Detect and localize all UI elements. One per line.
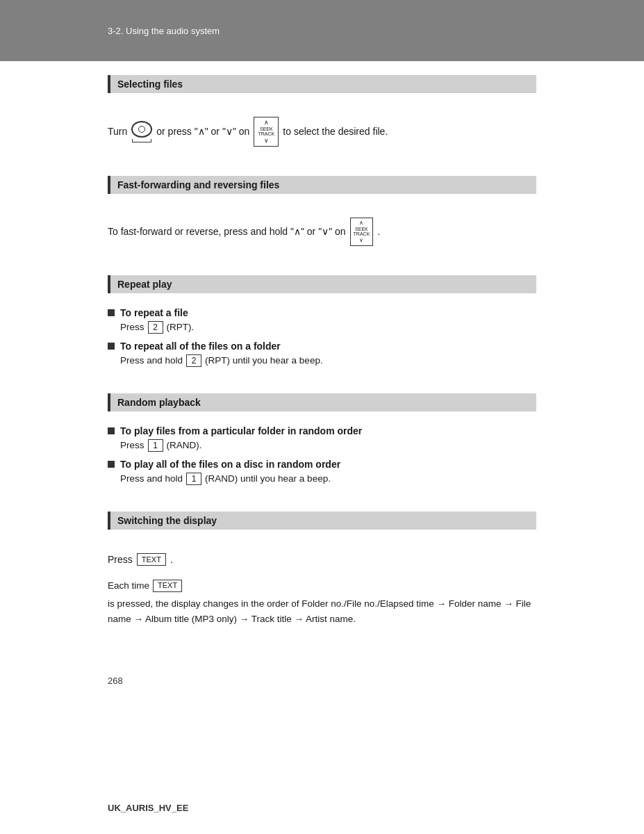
bullet-icon-4 <box>108 461 115 468</box>
random-folder-press: Press <box>120 440 145 450</box>
page-number: 268 <box>108 676 123 686</box>
text-button-2: TEXT <box>153 580 182 592</box>
bullet-icon-2 <box>108 343 115 350</box>
repeat-folder-content: To repeat all of the files on a folder P… <box>120 341 536 367</box>
knob-circle <box>131 121 152 138</box>
to-select-label: to select the desired file. <box>283 126 388 137</box>
repeat-folder-item: To repeat all of the files on a folder P… <box>108 341 536 367</box>
repeat-file-btn: 2 <box>148 321 163 334</box>
random-disc-press: Press and hold <box>120 473 183 484</box>
repeat-file-item: To repeat a file Press 2 (RPT). <box>108 307 536 334</box>
repeat-folder-press: Press and hold <box>120 355 183 366</box>
repeat-file-press: Press <box>120 322 145 332</box>
random-playback-content: To play files from a particular folder i… <box>108 423 536 495</box>
seek2-top-arrow: ∧ <box>359 220 363 227</box>
fast-forward-end: . <box>377 226 380 237</box>
random-disc-rand: (RAND) until you hear a beep. <box>205 473 331 484</box>
random-folder-rand: (RAND). <box>167 440 202 450</box>
repeat-file-desc: Press 2 (RPT). <box>120 321 536 334</box>
main-content: Selecting files Turn or press "∧" or "∨"… <box>0 61 644 661</box>
seek-bottom-arrow: ∨ <box>264 137 269 145</box>
random-disc-title: To play all of the files on a disc in ra… <box>120 459 536 470</box>
bullet-icon-3 <box>108 427 115 434</box>
fast-forwarding-header: Fast-forwarding and reversing files <box>108 176 536 194</box>
random-playback-header: Random playback <box>108 393 536 411</box>
switching-each-time: Each time <box>108 578 149 594</box>
text-button-1: TEXT <box>137 553 166 566</box>
repeat-file-title: To repeat a file <box>120 307 536 318</box>
or-press-label: or press "∧" or "∨" on <box>156 126 249 137</box>
random-disc-desc: Press and hold 1 (RAND) until you hear a… <box>120 473 536 485</box>
seek2-labels: SEEKTRACK <box>354 227 370 237</box>
knob-icon <box>131 121 152 142</box>
repeat-file-content: To repeat a file Press 2 (RPT). <box>120 307 536 334</box>
footer: 268 <box>0 661 644 700</box>
seek-top-arrow: ∧ <box>264 119 269 126</box>
repeat-folder-desc: Press and hold 2 (RPT) until you hear a … <box>120 354 536 367</box>
switching-desc: Each time TEXT is pressed, the display c… <box>108 578 536 627</box>
bullet-icon-1 <box>108 309 115 316</box>
fast-forwarding-row: To fast-forward or reverse, press and ho… <box>108 212 536 252</box>
fast-forward-label: To fast-forward or reverse, press and ho… <box>108 226 346 237</box>
repeat-play-header: Repeat play <box>108 275 536 293</box>
switching-press-row: Press TEXT . <box>108 548 536 571</box>
repeat-folder-btn: 2 <box>186 354 201 367</box>
random-folder-btn: 1 <box>148 439 163 452</box>
seek-track-button-1: ∧ SEEKTRACK ∨ <box>254 117 279 147</box>
repeat-file-rpt: (RPT). <box>167 322 195 332</box>
random-disc-content: To play all of the files on a disc in ra… <box>120 459 536 485</box>
turn-label: Turn <box>108 126 127 137</box>
selecting-files-content: Turn or press "∧" or "∨" on ∧ SEEKTRACK … <box>108 104 536 159</box>
document-id: UK_AURIS_HV_EE <box>108 803 188 813</box>
random-folder-desc: Press 1 (RAND). <box>120 439 536 452</box>
seek2-bottom-arrow: ∨ <box>359 237 363 244</box>
seek-labels: SEEKTRACK <box>258 126 274 137</box>
repeat-play-content: To repeat a file Press 2 (RPT). To repea… <box>108 304 536 377</box>
random-disc-btn: 1 <box>186 473 201 485</box>
repeat-folder-rpt: (RPT) until you hear a beep. <box>205 355 323 366</box>
switching-display-header: Switching the display <box>108 512 536 530</box>
switching-desc-text: is pressed, the display changes in the o… <box>108 596 536 626</box>
switching-press-label: Press <box>108 554 133 565</box>
header-title: 3-2. Using the audio system <box>108 26 220 36</box>
selecting-files-header: Selecting files <box>108 75 536 93</box>
switching-display-content: Press TEXT . Each time TEXT is pressed, … <box>108 541 536 634</box>
random-disc-item: To play all of the files on a disc in ra… <box>108 459 536 485</box>
switching-period: . <box>170 554 173 565</box>
knob-base <box>132 139 151 142</box>
selecting-files-row: Turn or press "∧" or "∨" on ∧ SEEKTRACK … <box>108 111 536 152</box>
random-folder-title: To play files from a particular folder i… <box>120 425 536 436</box>
random-folder-content: To play files from a particular folder i… <box>120 425 536 452</box>
random-folder-item: To play files from a particular folder i… <box>108 425 536 452</box>
fast-forwarding-content: To fast-forward or reverse, press and ho… <box>108 205 536 259</box>
seek-track-button-2: ∧ SEEKTRACK ∨ <box>350 218 374 246</box>
header-bar: 3-2. Using the audio system <box>0 0 644 61</box>
repeat-folder-title: To repeat all of the files on a folder <box>120 341 536 352</box>
